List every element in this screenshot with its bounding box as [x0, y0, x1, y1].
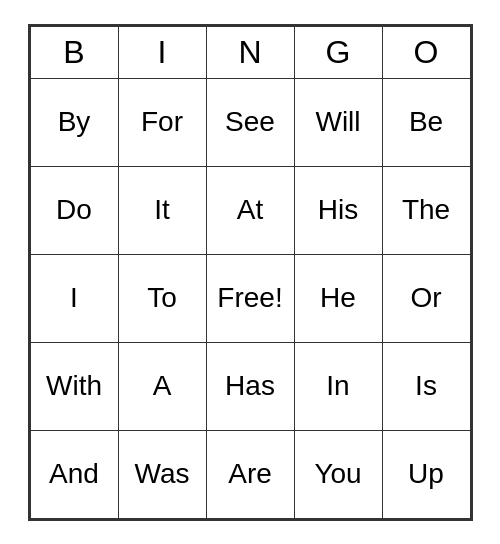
- bingo-table: BINGO ByForSeeWillBeDoItAtHisTheIToFree!…: [30, 26, 471, 519]
- table-cell: At: [206, 166, 294, 254]
- header-cell-g: G: [294, 26, 382, 78]
- table-row: IToFree!HeOr: [30, 254, 470, 342]
- table-cell: I: [30, 254, 118, 342]
- table-row: DoItAtHisThe: [30, 166, 470, 254]
- table-cell: To: [118, 254, 206, 342]
- table-cell: The: [382, 166, 470, 254]
- table-cell: Free!: [206, 254, 294, 342]
- table-cell: His: [294, 166, 382, 254]
- table-cell: With: [30, 342, 118, 430]
- table-cell: Be: [382, 78, 470, 166]
- table-cell: Do: [30, 166, 118, 254]
- table-row: AndWasAreYouUp: [30, 430, 470, 518]
- table-cell: A: [118, 342, 206, 430]
- table-cell: Up: [382, 430, 470, 518]
- header-cell-b: B: [30, 26, 118, 78]
- header-cell-i: I: [118, 26, 206, 78]
- table-cell: Has: [206, 342, 294, 430]
- header-cell-n: N: [206, 26, 294, 78]
- table-cell: Was: [118, 430, 206, 518]
- table-cell: For: [118, 78, 206, 166]
- table-cell: In: [294, 342, 382, 430]
- table-cell: He: [294, 254, 382, 342]
- table-row: WithAHasInIs: [30, 342, 470, 430]
- table-row: ByForSeeWillBe: [30, 78, 470, 166]
- table-cell: By: [30, 78, 118, 166]
- table-cell: It: [118, 166, 206, 254]
- table-cell: Or: [382, 254, 470, 342]
- table-cell: Are: [206, 430, 294, 518]
- table-cell: See: [206, 78, 294, 166]
- header-row: BINGO: [30, 26, 470, 78]
- table-cell: Is: [382, 342, 470, 430]
- table-cell: You: [294, 430, 382, 518]
- header-cell-o: O: [382, 26, 470, 78]
- bingo-card: BINGO ByForSeeWillBeDoItAtHisTheIToFree!…: [28, 24, 473, 521]
- table-cell: And: [30, 430, 118, 518]
- table-cell: Will: [294, 78, 382, 166]
